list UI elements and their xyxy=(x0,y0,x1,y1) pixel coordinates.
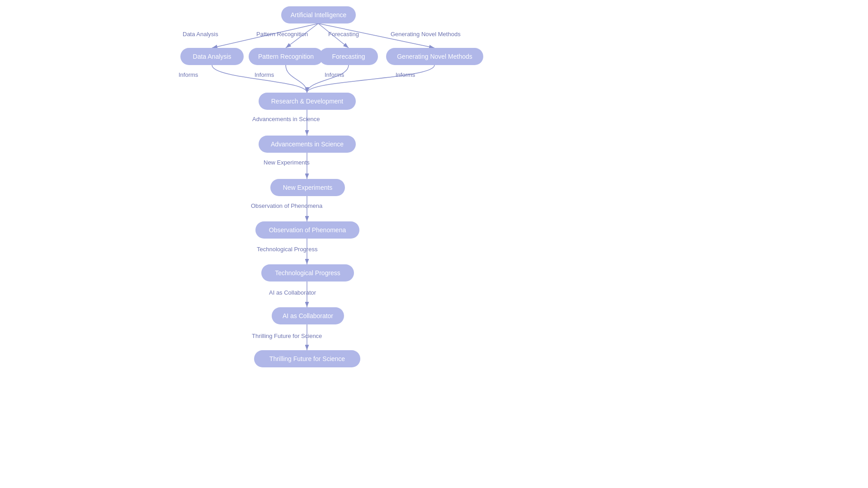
label-thrilling-edge: Thrilling Future for Science xyxy=(252,333,322,339)
label-advancements-edge: Advancements in Science xyxy=(252,116,320,122)
diagram-container: Artificial Intelligence Data Analysis Pa… xyxy=(0,0,868,488)
node-forecasting: Forecasting xyxy=(319,48,378,65)
node-research: Research & Development xyxy=(259,93,356,110)
label-tech-edge: Technological Progress xyxy=(257,246,317,253)
node-tech-progress: Technological Progress xyxy=(261,264,354,282)
node-advancements: Advancements in Science xyxy=(259,136,356,153)
edge-generating-research xyxy=(307,65,434,93)
label-informs-3: Informs xyxy=(325,71,344,78)
node-thrilling-future: Thrilling Future for Science xyxy=(254,350,360,367)
node-new-experiments: New Experiments xyxy=(270,179,345,196)
label-informs-4: Informs xyxy=(396,71,415,78)
label-informs-1: Informs xyxy=(179,71,198,78)
node-ai-collaborator: AI as Collaborator xyxy=(272,307,344,324)
diagram-svg xyxy=(0,0,868,488)
label-data-analysis-edge: Data Analysis xyxy=(183,31,218,38)
node-observation: Observation of Phenomena xyxy=(255,221,359,239)
label-observation-edge: Observation of Phenomena xyxy=(251,202,322,209)
node-generating: Generating Novel Methods xyxy=(386,48,483,65)
edge-forecasting-research xyxy=(307,65,349,93)
node-ai: Artificial Intelligence xyxy=(281,6,356,23)
label-ai-collab-edge: AI as Collaborator xyxy=(269,289,316,296)
label-informs-2: Informs xyxy=(255,71,274,78)
label-pattern-recognition-edge: Pattern Recognition xyxy=(256,31,308,38)
edge-data-research xyxy=(212,65,307,93)
node-data-analysis: Data Analysis xyxy=(180,48,244,65)
label-forecasting-edge: Forecasting xyxy=(328,31,359,38)
label-generating-edge: Generating Novel Methods xyxy=(391,31,461,38)
node-pattern-recognition: Pattern Recognition xyxy=(249,48,323,65)
label-new-exp-edge: New Experiments xyxy=(264,159,310,166)
